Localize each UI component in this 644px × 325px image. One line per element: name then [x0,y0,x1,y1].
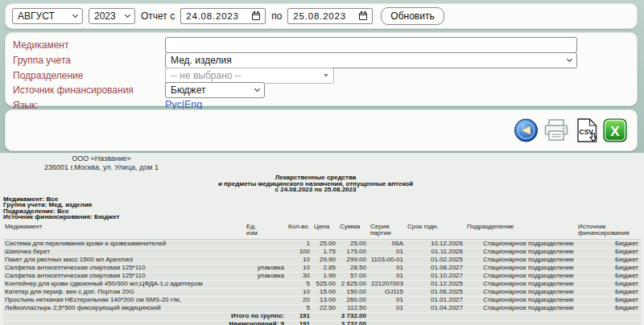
filters-panel: Медикамент Группа учета Мед. изделия Под… [5,32,638,106]
department-select-value: -- не выбрано -- [171,70,242,81]
group-select[interactable]: Мед. изделия [165,52,577,68]
table-cell: 01.04.2027 [406,305,465,312]
table-cell [245,257,287,264]
column-header: Источник финансирования [576,223,641,240]
back-button[interactable] [514,118,539,143]
table-cell: 01.06.2025 [406,289,465,296]
table-cell [245,241,287,248]
group-label: Группа учета [13,55,71,66]
refresh-button[interactable]: Обновить [381,7,444,25]
table-row: Система для переливания крови и кровезам… [3,241,641,248]
column-header: Медикамент [3,223,245,240]
table-cell: 01 [369,305,406,312]
table-cell: Стационарное подразделение [465,241,576,248]
table-cell: 13.00 [312,297,338,304]
table-cell: 28.50 [338,265,369,272]
calendar-icon[interactable] [252,13,260,20]
department-label: Подразделение [13,70,83,81]
table-cell: Стационарное подразделение [465,273,576,280]
department-select[interactable]: -- не выбрано -- [165,68,334,84]
chevron-down-icon [567,56,572,62]
chevron-down-icon [72,12,78,18]
svg-text:CSV: CSV [580,128,594,136]
table-cell: 1103-00-01 [369,257,406,264]
calendar-icon[interactable] [359,13,367,20]
table-cell [369,321,406,325]
table-cell [576,321,641,325]
table-cell: Стационарное подразделение [465,265,576,272]
excel-export-button[interactable]: X [603,118,627,142]
column-header: Кол-во [287,223,312,240]
table-cell: 525.00 [312,281,338,288]
table-row: Пакет для рвотных масс 1500 мл Apexmed10… [3,257,641,264]
table-cell: Бюджет [576,289,641,296]
table-cell: Стационарное подразделение [465,249,576,256]
table-row: Простынь нетканая НЕстерильная 140*200 с… [3,297,641,304]
table-cell: Бюджет [576,305,641,312]
company-name: ООО «Название» [35,154,167,163]
table-cell: 30 [287,273,312,280]
year-select[interactable]: 2023 [89,8,135,24]
table-cell: Бюджет [576,257,641,264]
table-cell: Итого по группе: [3,313,287,320]
column-header: Серия партии [369,223,406,240]
table-cell [312,321,338,325]
table-cell [245,281,287,288]
table-cell: Стационарное подразделение [465,257,576,264]
language-toggle[interactable]: Рус|Eng [165,99,202,110]
table-cell: 1.75 [312,249,338,256]
table-cell: 150.00 [338,289,369,296]
table-cell: OJ115 [369,289,406,296]
table-cell: Стационарное подразделение [465,281,576,288]
month-select-value: АВГУСТ [18,10,55,22]
year-select-value: 2023 [94,10,116,22]
medicament-input[interactable] [165,37,577,53]
table-cell: 06А [369,241,406,248]
column-header: Сумма [338,223,369,240]
table-row: Шапочка берет1001.75175.000101.11.2026Ст… [3,249,641,256]
triangle-down-icon [324,74,328,77]
table-cell: 20 [287,297,312,304]
table-cell: 299.00 [338,257,369,264]
table-row: Салфетка антисептическая спиртовая 125*1… [3,265,641,272]
column-header: Цена [312,223,338,240]
table-cell: 01.11.2026 [406,249,465,256]
table-row: Лейкопластырь 2,5*500 фиксирующий медици… [3,305,641,312]
report-table-body: Система для переливания крови и кровезам… [3,241,641,325]
table-cell: 25.00 [338,241,369,248]
table-cell: 22.50 [312,305,338,312]
table-cell [406,321,465,325]
filter-row-group: Группа учета Мед. изделия [6,52,637,68]
filter-row-funding: Источник финансирования Бюджет [6,82,637,98]
chevron-down-icon [125,12,130,18]
table-cell: 10 [287,265,312,272]
report-table: МедикаментЕд. измКол-воЦенаСуммаСерия па… [3,222,641,325]
table-cell: Стационарное подразделение [465,297,576,304]
actions-panel: CSV X [5,109,638,151]
column-header: Срок годн. [406,223,465,240]
table-cell: 01 [369,249,406,256]
table-cell: 10 [287,257,312,264]
csv-export-button[interactable]: CSV [576,118,598,143]
table-cell: 1 [287,241,312,248]
table-cell: Стационарное подразделение [465,305,576,312]
date-from-input[interactable]: 24.08.2023 [180,8,266,24]
table-cell: Бюджет [576,281,641,288]
table-cell: 01 [369,265,406,272]
company-block: ООО «Название» 236001 г.Москва, ул. Улиц… [35,154,167,171]
table-cell: Шапочка берет [3,249,245,256]
table-total-row: Итого по группе:1913 732.00 [3,313,641,320]
group-select-value: Мед. изделия [171,55,232,66]
table-cell [245,289,287,296]
date-to-input[interactable]: 25.08.2023 [287,8,373,24]
funding-select[interactable]: Бюджет [165,82,265,98]
month-select[interactable]: АВГУСТ [12,8,83,24]
svg-text:X: X [610,124,620,139]
table-header-row: МедикаментЕд. измКол-воЦенаСуммаСерия па… [3,223,641,240]
to-label: по [271,10,282,22]
print-button[interactable] [543,118,569,142]
table-cell: 10 [287,289,312,296]
table-cell: 3 732.00 [338,321,369,325]
table-cell: 175.00 [338,249,369,256]
table-cell: 10.12.2026 [406,241,465,248]
